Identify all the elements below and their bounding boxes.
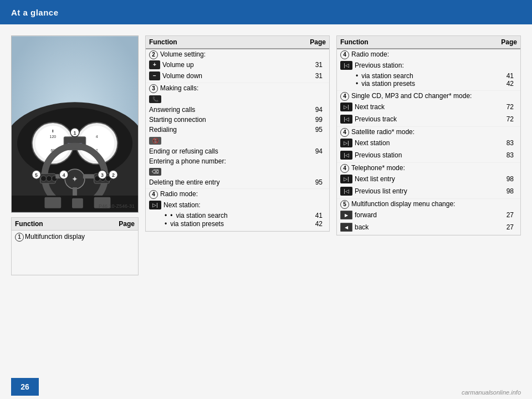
via-station-search-label-mid: via station search: [176, 212, 227, 219]
section-num-4-r1: 4: [340, 50, 349, 59]
prev-track-icon: |◁: [340, 115, 352, 124]
prev-station-label: Previous station:: [355, 62, 404, 69]
left-table-header: Function Page: [12, 218, 138, 231]
mid-header-page: Page: [304, 38, 326, 46]
section-cd-mode: 4 Single CD, MP3 and CD changer* mode: ▷…: [337, 91, 520, 127]
back-icon: ◀: [340, 223, 352, 232]
section-num-3: 3: [149, 84, 158, 93]
prev-track-page: 72: [507, 115, 514, 123]
deleting-entry-page: 95: [315, 178, 323, 186]
phone-end-icon: 📵: [149, 137, 161, 145]
next-track-row: ▷| Next track 72: [340, 101, 517, 113]
next-station-sat-page: 83: [507, 139, 514, 147]
section-multifunction-display: 5 Multifunction display menu change: ▶ f…: [337, 199, 520, 235]
svg-text:4: 4: [96, 135, 98, 139]
via-station-search-mid: • via station search 41: [149, 211, 326, 220]
volume-down-icon: −: [149, 71, 160, 80]
answering-calls-label: Answering calls: [149, 106, 195, 114]
car-steering-wheel-image: 120 60 4 2 COMAND ✦: [11, 35, 139, 213]
section-satellite-radio: 4 Satellite radio* mode: ▷| Next station…: [337, 127, 520, 163]
prev-list-entry-row: |◁ Previous list entry 98: [340, 185, 517, 197]
next-station-mid-row: ▷| Next station:: [149, 199, 326, 211]
entering-phone-row: Entering a phone number:: [149, 156, 326, 166]
starting-connection-page: 99: [315, 116, 323, 124]
volume-up-icon: +: [149, 60, 160, 69]
answering-calls-row: Answering calls 94: [149, 105, 326, 115]
section-volume: 2 Volume setting: + Volume up 31 − Volum…: [146, 49, 329, 83]
via-station-search-right: • via station search 41: [340, 71, 517, 80]
middle-function-table: Function Page 2 Volume setting: + Volume…: [145, 35, 330, 232]
phone-del-icon: ⌫: [149, 168, 161, 176]
next-track-label: Next track: [355, 103, 385, 111]
phone-end-icon-row: 📵: [149, 135, 326, 146]
section-num-5: 5: [340, 200, 349, 209]
right-column: Function Page 4 Radio mode: |◁ Previous …: [336, 35, 521, 369]
ending-calls-label: Ending or refusing calls: [149, 147, 218, 155]
section-num-4-r2: 4: [340, 92, 349, 101]
next-list-entry-page: 98: [507, 175, 514, 183]
prev-station-sat-label: Previous station: [355, 151, 402, 159]
volume-up-page: 31: [315, 61, 323, 69]
satellite-title: Satellite radio* mode:: [351, 128, 415, 136]
calls-title: Making calls:: [160, 84, 198, 92]
via-station-presets-label-right: via station presets: [361, 80, 415, 88]
svg-text:5: 5: [35, 172, 38, 178]
main-content: 120 60 4 2 COMAND ✦: [0, 24, 532, 375]
left-column: 120 60 4 2 COMAND ✦: [11, 35, 139, 369]
phone-answer-icon-row: 📞: [149, 93, 326, 105]
volume-title: Volume setting:: [160, 50, 206, 58]
mid-header-function: Function: [149, 38, 304, 46]
next-track-icon: ▷|: [340, 103, 352, 111]
telephone-mode-title: Telephone* mode:: [351, 164, 405, 172]
svg-text:3: 3: [101, 172, 104, 178]
via-station-search-page-mid: 41: [315, 212, 323, 219]
redialing-page: 95: [315, 126, 323, 134]
prev-list-entry-icon: |◁: [340, 187, 352, 196]
table-row: 1 Multifunction display: [12, 231, 138, 275]
right-function-table: Function Page 4 Radio mode: |◁ Previous …: [336, 35, 521, 236]
next-station-icon: ▷|: [149, 201, 161, 209]
next-station-mid-label: Next station:: [163, 201, 201, 209]
next-station-sat-row: ▷| Next station 83: [340, 137, 517, 149]
volume-up-label: Volume up: [162, 61, 194, 69]
prev-station-sat-page: 83: [507, 151, 514, 159]
row-number: 1: [15, 233, 25, 242]
section-telephone-mode: 4 Telephone* mode: ▷| Next list entry 98…: [337, 163, 520, 199]
redialing-row: Redialing 95: [149, 125, 326, 135]
ending-calls-row: Ending or refusing calls 94: [149, 146, 326, 156]
svg-rect-40: [44, 197, 61, 208]
prev-station-icon: |◁: [340, 61, 352, 70]
via-station-presets-label-mid: via station presets: [170, 220, 224, 228]
via-station-presets-mid: • via station presets 42: [149, 220, 326, 229]
right-header-function: Function: [340, 38, 495, 46]
svg-text:120: 120: [50, 135, 57, 139]
back-page: 27: [507, 223, 514, 231]
photo-label: P46 10-Z546-31: [99, 203, 135, 209]
starting-connection-row: Starting connection 99: [149, 115, 326, 125]
deleting-entry-row: Deleting the entire entry 95: [149, 177, 326, 187]
row-function: Multifunction display: [25, 233, 112, 241]
left-function-table: Function Page 1 Multifunction display: [11, 217, 139, 275]
next-list-entry-icon: ▷|: [340, 175, 352, 183]
phone-answer-icon: 📞: [149, 95, 161, 103]
via-station-presets-right: • via station presets 42: [340, 80, 517, 89]
entering-phone-label: Entering a phone number:: [149, 157, 226, 165]
forward-row: ▶ forward 27: [340, 209, 517, 221]
next-station-sat-icon: ▷|: [340, 139, 352, 147]
section-num-4-r3: 4: [340, 128, 349, 137]
forward-label: forward: [355, 211, 377, 219]
volume-up-row: + Volume up 31: [149, 59, 326, 70]
volume-down-label: Volume down: [162, 72, 202, 80]
prev-track-label: Previous track: [355, 115, 397, 123]
phone-del-icon-row: ⌫: [149, 166, 326, 178]
watermark: carmanualsonline.info: [462, 389, 521, 396]
prev-station-row: |◁ Previous station:: [340, 59, 517, 71]
section-radio-right: 4 Radio mode: |◁ Previous station: • via…: [337, 49, 520, 91]
section-num-4-mid: 4: [149, 190, 158, 199]
back-row: ◀ back 27: [340, 221, 517, 233]
page-number: 26: [11, 378, 39, 396]
back-label: back: [355, 223, 369, 231]
next-list-entry-row: ▷| Next list entry 98: [340, 173, 517, 185]
next-track-page: 72: [507, 103, 514, 111]
section-radio-mid: 4 Radio mode: ▷| Next station: • via sta…: [146, 189, 329, 231]
